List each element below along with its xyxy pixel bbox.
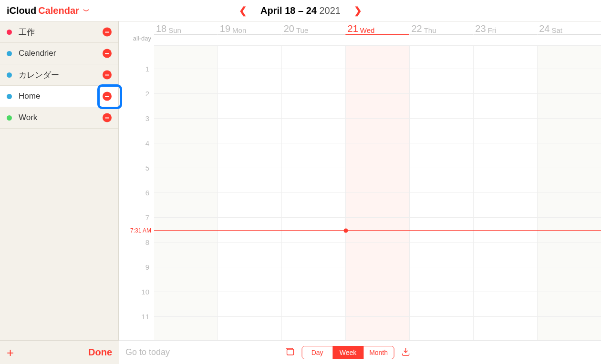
allday-cell[interactable]	[537, 34, 601, 45]
hour-label: 4	[119, 139, 154, 147]
view-month-button[interactable]: Month	[363, 346, 394, 359]
date-range-label: April 18 – 24 2021	[260, 5, 341, 16]
calendar-list: 工作CalendrierカレンダーHomeWork	[0, 21, 118, 129]
download-icon[interactable]	[401, 347, 410, 358]
hour-gutter: 1234567891011	[119, 46, 154, 340]
hour-label: 10	[119, 288, 154, 296]
hour-label: 9	[119, 263, 154, 271]
allday-label: all-day	[119, 35, 154, 42]
allday-cell[interactable]	[409, 34, 473, 45]
calendars-icon[interactable]	[284, 347, 295, 358]
day-header[interactable]: 21Wed	[346, 21, 410, 34]
calendar-name: Home	[19, 91, 40, 101]
day-header[interactable]: 23Fri	[473, 21, 537, 34]
day-header[interactable]: 19Mon	[218, 21, 282, 34]
calendar-list-item[interactable]: 工作	[0, 21, 118, 43]
current-time-indicator: 7:31 AM	[154, 230, 601, 231]
remove-calendar-button[interactable]	[103, 113, 112, 122]
hour-label: 1	[119, 65, 154, 73]
hour-label: 8	[119, 238, 154, 246]
calendar-name: Work	[19, 113, 37, 122]
view-segmented-control: Day Week Month	[301, 346, 394, 359]
done-button[interactable]: Done	[88, 347, 112, 358]
calendar-main: all-day 18Sun19Mon20Tue21Wed22Thu23Fri24…	[119, 21, 601, 340]
view-day-button[interactable]: Day	[302, 346, 332, 359]
hour-label: 11	[119, 313, 154, 321]
prev-week-button[interactable]: ❮	[239, 5, 247, 16]
hour-label: 5	[119, 164, 154, 172]
day-column[interactable]	[473, 46, 537, 340]
bottom-toolbar: Go to today Day Week Month	[119, 340, 601, 364]
calendar-color-dot	[7, 51, 12, 56]
date-range-nav: ❮ April 18 – 24 2021 ❯	[0, 5, 601, 16]
day-column[interactable]	[345, 46, 409, 340]
day-column[interactable]	[409, 46, 473, 340]
allday-cell[interactable]	[345, 34, 409, 45]
current-time-label: 7:31 AM	[119, 227, 154, 234]
remove-calendar-button[interactable]	[103, 71, 112, 80]
day-column[interactable]	[154, 46, 218, 340]
go-to-today-button[interactable]: Go to today	[125, 347, 170, 357]
calendar-color-dot	[7, 94, 12, 99]
view-week-button[interactable]: Week	[332, 346, 363, 359]
day-column[interactable]	[281, 46, 345, 340]
calendar-color-dot	[7, 72, 12, 78]
allday-cell[interactable]	[218, 34, 281, 45]
week-grid[interactable]: 7:31 AM	[154, 46, 601, 340]
day-header[interactable]: 20Tue	[282, 21, 346, 34]
calendar-list-item[interactable]: Calendrier	[0, 43, 118, 64]
calendar-color-dot	[7, 115, 12, 121]
calendar-color-dot	[7, 30, 12, 35]
calendar-name: カレンダー	[19, 70, 59, 81]
add-calendar-button[interactable]: +	[7, 346, 14, 359]
hour-label: 2	[119, 90, 154, 98]
calendar-list-item[interactable]: カレンダー	[0, 64, 118, 86]
day-headers: 18Sun19Mon20Tue21Wed22Thu23Fri24Sat	[154, 21, 601, 34]
day-header[interactable]: 22Thu	[409, 21, 473, 34]
svg-rect-0	[287, 349, 293, 355]
calendar-name: Calendrier	[19, 49, 56, 58]
current-time-dot	[343, 228, 348, 233]
allday-cell[interactable]	[473, 34, 537, 45]
day-header[interactable]: 18Sun	[154, 21, 218, 34]
calendar-list-item[interactable]: Work	[0, 107, 118, 129]
calendar-list-item[interactable]: Home	[0, 86, 118, 107]
remove-calendar-button[interactable]	[103, 28, 112, 37]
hour-label: 6	[119, 189, 154, 197]
sidebar-footer: + Done	[0, 340, 119, 364]
hour-label: 3	[119, 114, 154, 122]
day-header[interactable]: 24Sat	[537, 21, 601, 34]
next-week-button[interactable]: ❯	[354, 5, 362, 16]
day-column[interactable]	[537, 46, 601, 340]
allday-row[interactable]	[154, 34, 601, 46]
allday-cell[interactable]	[281, 34, 345, 45]
remove-calendar-button[interactable]	[103, 92, 112, 101]
day-column[interactable]	[218, 46, 281, 340]
hour-label: 7	[119, 213, 154, 222]
remove-calendar-button[interactable]	[103, 49, 112, 58]
allday-cell[interactable]	[154, 34, 218, 45]
app-header: iCloud Calendar ﹀ ❮ April 18 – 24 2021 ❯	[0, 0, 601, 21]
calendar-name: 工作	[19, 27, 35, 38]
calendar-sidebar: 工作CalendrierカレンダーHomeWork + Done	[0, 21, 119, 364]
